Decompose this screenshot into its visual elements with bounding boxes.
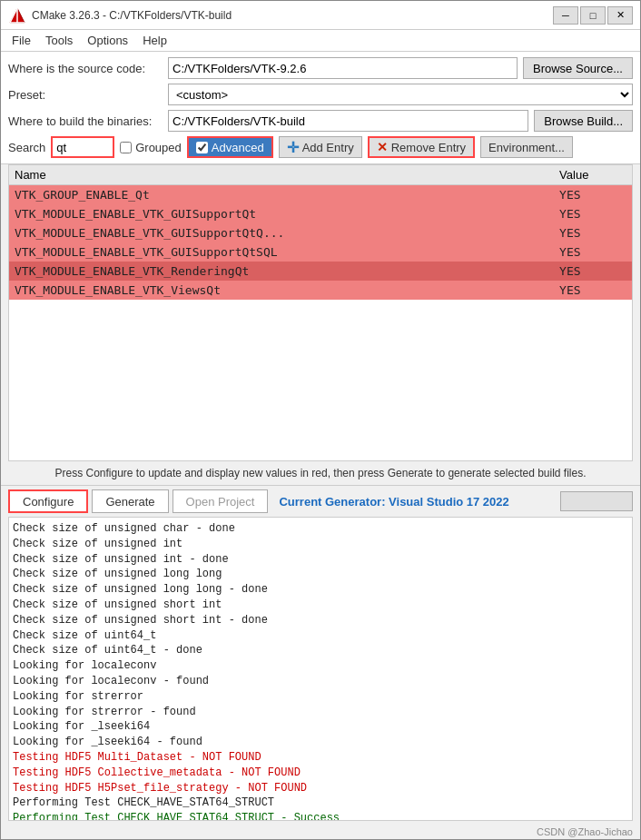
- extra-control: [560, 491, 633, 511]
- entries-table: Name Value VTK_GROUP_ENABLE_QtYESVTK_MOD…: [9, 165, 632, 300]
- search-label: Search: [8, 141, 45, 154]
- action-bar: Configure Generate Open Project Current …: [1, 485, 640, 517]
- menu-tools[interactable]: Tools: [38, 32, 80, 49]
- preset-select[interactable]: <custom>: [168, 84, 633, 105]
- search-input[interactable]: [51, 136, 114, 158]
- binaries-input[interactable]: [168, 110, 528, 132]
- log-line: Testing HDF5 H5Pset_file_strategy - NOT …: [13, 781, 628, 796]
- cmake-icon: [8, 6, 26, 25]
- toolbar: Where is the source code: Browse Source.…: [1, 52, 640, 164]
- log-line: Looking for _lseeki64 - found: [13, 735, 628, 750]
- menu-file[interactable]: File: [5, 32, 38, 49]
- maximize-button[interactable]: □: [580, 6, 606, 25]
- configure-button[interactable]: Configure: [8, 489, 88, 513]
- table-cell-name: VTK_MODULE_ENABLE_VTK_GUISupportQt: [9, 204, 554, 223]
- source-label: Where is the source code:: [8, 62, 163, 75]
- menu-bar: File Tools Options Help: [1, 30, 640, 52]
- table-row[interactable]: VTK_MODULE_ENABLE_VTK_GUISupportQtYES: [9, 204, 632, 223]
- advanced-label: Advanced: [212, 141, 264, 154]
- main-window: CMake 3.26.3 - C:/VTKFolders/VTK-build ─…: [0, 0, 641, 840]
- table-row[interactable]: VTK_MODULE_ENABLE_VTK_ViewsQtYES: [9, 281, 632, 300]
- menu-help[interactable]: Help: [135, 32, 174, 49]
- log-line: Testing HDF5 Collective_metadata - NOT F…: [13, 766, 628, 781]
- log-line: Testing HDF5 Multi_Dataset - NOT FOUND: [13, 750, 628, 766]
- log-line: Check size of unsigned long long: [13, 567, 628, 582]
- log-line: Looking for strerror: [13, 689, 628, 705]
- environment-label: Environment...: [488, 141, 565, 154]
- table-cell-value: YES: [554, 223, 632, 242]
- log-line: Looking for localeconv - found: [13, 674, 628, 689]
- add-entry-label: Add Entry: [302, 141, 354, 154]
- close-button[interactable]: ✕: [607, 6, 633, 25]
- source-row: Where is the source code: Browse Source.…: [8, 57, 633, 79]
- search-row: Search Grouped Advanced ✛ Add Entry ✕ Re…: [8, 136, 633, 158]
- table-cell-value: YES: [554, 281, 632, 300]
- minimize-button[interactable]: ─: [553, 6, 578, 25]
- grouped-checkbox-group: Grouped: [120, 141, 182, 154]
- remove-entry-label: Remove Entry: [391, 141, 466, 154]
- log-line: Check size of unsigned char - done: [13, 521, 628, 537]
- advanced-button[interactable]: Advanced: [187, 136, 273, 158]
- x-icon: ✕: [377, 140, 388, 154]
- table-row[interactable]: VTK_MODULE_ENABLE_VTK_GUISupportQtQ...YE…: [9, 223, 632, 242]
- log-line: Looking for localeconv: [13, 658, 628, 674]
- status-bar: Press Configure to update and display ne…: [1, 461, 640, 485]
- log-line: Check size of unsigned short int - done: [13, 613, 628, 628]
- watermark-text: CSDN @Zhao-Jichao: [537, 826, 633, 837]
- log-body: Check size of unsigned char - doneCheck …: [13, 521, 628, 821]
- table-row[interactable]: VTK_MODULE_ENABLE_VTK_RenderingQtYES: [9, 262, 632, 281]
- window-title: CMake 3.26.3 - C:/VTKFolders/VTK-build: [32, 9, 553, 22]
- add-entry-button[interactable]: ✛ Add Entry: [279, 136, 362, 158]
- table-cell-value: YES: [554, 242, 632, 262]
- table-cell-name: VTK_MODULE_ENABLE_VTK_GUISupportQtQ...: [9, 223, 554, 242]
- binaries-label: Where to build the binaries:: [8, 114, 163, 128]
- log-line: Check size of unsigned int: [13, 537, 628, 552]
- log-line: Performing Test CHECK_HAVE_STAT64_STRUCT: [13, 796, 628, 811]
- col-name-header: Name: [9, 165, 554, 185]
- table-cell-value: YES: [554, 262, 632, 281]
- table-row[interactable]: VTK_MODULE_ENABLE_VTK_GUISupportQtSQLYES: [9, 242, 632, 262]
- preset-label: Preset:: [8, 88, 163, 102]
- title-bar: CMake 3.26.3 - C:/VTKFolders/VTK-build ─…: [1, 1, 640, 30]
- table-cell-value: YES: [554, 185, 632, 205]
- preset-row: Preset: <custom>: [8, 84, 633, 105]
- log-line: Check size of unsigned long long - done: [13, 582, 628, 598]
- grouped-checkbox[interactable]: [120, 142, 132, 153]
- log-line: Performing Test CHECK_HAVE_STAT64_STRUCT…: [13, 811, 628, 821]
- log-line: Check size of uint64_t: [13, 628, 628, 644]
- log-line: Check size of unsigned int - done: [13, 552, 628, 568]
- status-text: Press Configure to update and display ne…: [54, 467, 586, 479]
- open-project-button[interactable]: Open Project: [173, 489, 269, 513]
- menu-options[interactable]: Options: [80, 32, 135, 49]
- log-line: Looking for strerror - found: [13, 705, 628, 720]
- plus-icon: ✛: [287, 139, 299, 156]
- advanced-checkbox[interactable]: [196, 142, 208, 153]
- log-line: Check size of uint64_t - done: [13, 643, 628, 658]
- table-cell-name: VTK_GROUP_ENABLE_Qt: [9, 185, 554, 205]
- log-line: Looking for _lseeki64: [13, 719, 628, 735]
- log-line: Check size of unsigned short int: [13, 598, 628, 613]
- browse-build-button[interactable]: Browse Build...: [534, 110, 633, 132]
- log-container[interactable]: Check size of unsigned char - doneCheck …: [8, 517, 633, 821]
- grouped-label[interactable]: Grouped: [135, 141, 182, 154]
- source-input[interactable]: [168, 57, 518, 79]
- table-cell-name: VTK_MODULE_ENABLE_VTK_RenderingQt: [9, 262, 554, 281]
- watermark: CSDN @Zhao-Jichao: [1, 825, 640, 839]
- table-row[interactable]: VTK_GROUP_ENABLE_QtYES: [9, 185, 632, 205]
- generator-label: Current Generator: Visual Studio 17 2022: [279, 495, 508, 509]
- table-cell-name: VTK_MODULE_ENABLE_VTK_ViewsQt: [9, 281, 554, 300]
- environment-button[interactable]: Environment...: [480, 136, 573, 158]
- generate-button[interactable]: Generate: [92, 489, 168, 513]
- table-cell-value: YES: [554, 204, 632, 223]
- entries-table-container[interactable]: Name Value VTK_GROUP_ENABLE_QtYESVTK_MOD…: [8, 164, 633, 461]
- remove-entry-button[interactable]: ✕ Remove Entry: [368, 136, 475, 158]
- window-controls: ─ □ ✕: [553, 6, 633, 25]
- col-value-header: Value: [554, 165, 632, 185]
- browse-source-button[interactable]: Browse Source...: [523, 57, 633, 79]
- binaries-row: Where to build the binaries: Browse Buil…: [8, 110, 633, 132]
- table-cell-name: VTK_MODULE_ENABLE_VTK_GUISupportQtSQL: [9, 242, 554, 262]
